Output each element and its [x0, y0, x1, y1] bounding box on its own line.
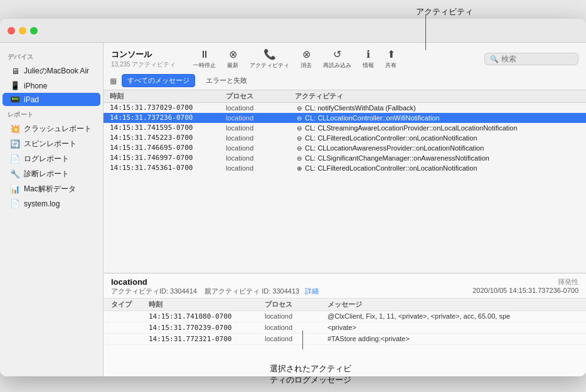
detail-message-0: @ClxClient, Fix, 1, 11, <private>, <priv… — [328, 312, 578, 320]
log-row-3[interactable]: 14:15:31.745223-0700 locationd ⊖CL: CLFi… — [104, 133, 586, 143]
detail-type-1 — [111, 324, 149, 332]
latest-button[interactable]: ⊗ 最新 — [222, 46, 243, 72]
log-time-4: 14:15:31.746695-0700 — [110, 144, 226, 152]
pause-icon: ⏸ — [200, 49, 210, 60]
macbook-icon: 🖥 — [10, 66, 20, 76]
detail-timestamp: 2020/10/05 14:15:31.737236-0700 — [472, 287, 578, 294]
sidebar-item-iphone-label: iPhone — [24, 82, 47, 90]
detail-header: locationd アクティビティID: 3304414 親アクティビティ ID… — [104, 273, 586, 299]
spin-icon: 🔄 — [10, 139, 20, 149]
log-process-3: locationd — [226, 134, 295, 142]
content-area: コンソール 13,235 アクティビティ ⏸ 一時停止 ⊗ 最新 📞 — [104, 43, 586, 376]
sidebar-item-mac[interactable]: 📊 Mac解析データ — [3, 182, 100, 196]
dcol-message-header: メッセージ — [328, 300, 578, 309]
info-button[interactable]: ℹ 情報 — [358, 46, 379, 72]
detail-row-2[interactable]: 14:15:31.772321-0700 locationd #TAStore … — [104, 334, 586, 345]
search-icon: 🔍 — [490, 55, 499, 63]
clear-label: 消去 — [301, 61, 312, 70]
console-subtitle: 13,235 アクティビティ — [111, 60, 176, 69]
log-activity-1: ⊖CL: CLLocationController::onWifiNotific… — [295, 114, 580, 122]
reload-button[interactable]: ↺ 再読み込み — [318, 46, 356, 72]
detail-activity-id: アクティビティID: 3304414 親アクティビティ ID: 3304413 … — [111, 287, 319, 296]
log-time-5: 14:15:31.746997-0700 — [110, 154, 226, 162]
clear-button[interactable]: ⊗ 消去 — [296, 46, 317, 72]
titlebar — [0, 19, 586, 43]
log-icon: 📄 — [10, 154, 20, 164]
dcol-process-header: プロセス — [265, 300, 328, 309]
sidebar-item-macbook-label: JulieのMacBook Air — [24, 66, 89, 77]
search-input[interactable] — [501, 55, 570, 63]
log-activity-2: ⊖CL: CLStreamingAwareLocationProvider::o… — [295, 124, 580, 132]
log-process-5: locationd — [226, 154, 295, 162]
share-button[interactable]: ⬆ 共有 — [380, 46, 402, 72]
log-row-1[interactable]: 14:15:31.737236-0700 locationd ⊖CL: CLLo… — [104, 113, 586, 123]
log-activity-6: ⊕CL: CLFilteredLocationController::onLoc… — [295, 164, 580, 172]
reload-label: 再読み込み — [323, 61, 351, 70]
filter-all-messages[interactable]: すべてのメッセージ — [122, 74, 195, 87]
filter-bar: ▦ すべてのメッセージ エラーと失敗 — [104, 72, 586, 90]
col-activity-header: アクティビティ — [295, 92, 580, 101]
traffic-lights — [8, 27, 38, 34]
activity-icon: 📞 — [264, 48, 276, 60]
detail-process-0: locationd — [265, 312, 328, 320]
pause-label: 一時停止 — [193, 61, 216, 70]
detail-link[interactable]: 詳細 — [305, 287, 319, 295]
log-process-6: locationd — [226, 164, 295, 172]
info-icon: ℹ — [366, 48, 370, 60]
sidebar-item-macbook[interactable]: 🖥 JulieのMacBook Air — [3, 64, 100, 78]
sidebar-item-spin[interactable]: 🔄 スピンレポート — [3, 137, 100, 151]
diag-icon: 🔧 — [10, 169, 20, 179]
log-row-2[interactable]: 14:15:31.741595-0700 locationd ⊖CL: CLSt… — [104, 123, 586, 133]
search-box[interactable]: 🔍 — [484, 53, 578, 65]
detail-type-0 — [111, 312, 149, 320]
reload-icon: ↺ — [333, 48, 341, 60]
activity-button[interactable]: 📞 アクティビティ — [245, 46, 294, 72]
detail-message-1: <private> — [328, 324, 578, 332]
detail-process-2: locationd — [265, 335, 328, 343]
log-process-1: locationd — [226, 114, 295, 122]
log-activity-3: ⊖CL: CLFilteredLocationController::onLoc… — [295, 134, 580, 142]
sidebar-item-iphone[interactable]: 📱 iPhone — [3, 79, 100, 92]
detail-process-name: locationd — [111, 277, 319, 287]
detail-process-1: locationd — [265, 324, 328, 332]
detail-row-1[interactable]: 14:15:31.770239-0700 locationd <private> — [104, 322, 586, 334]
log-row-5[interactable]: 14:15:31.746997-0700 locationd ⊖CL: CLSi… — [104, 153, 586, 163]
log-row-0[interactable]: 14:15:31.737029-0700 locationd ⊖CL: noti… — [104, 103, 586, 113]
log-time-6: 14:15:31.745361-0700 — [110, 164, 226, 172]
sidebar-item-ipad-label: iPad — [24, 95, 39, 104]
sidebar: デバイス 🖥 JulieのMacBook Air 📱 iPhone 📟 iPad… — [0, 43, 104, 376]
log-activity-4: ⊖CL: CLLocationAwarenessProvider::onLoca… — [295, 144, 580, 152]
detail-time-1: 14:15:31.770239-0700 — [149, 324, 265, 332]
log-area: 時刻 プロセス アクティビティ 14:15:31.737029-0700 loc… — [104, 90, 586, 273]
log-activity-0: ⊖CL: notifyClientsWithData (Fallback) — [295, 104, 580, 112]
reports-section-label: レポート — [0, 107, 103, 121]
mac-icon: 📊 — [10, 184, 20, 194]
sidebar-item-spin-label: スピンレポート — [24, 139, 77, 149]
detail-row-0[interactable]: 14:15:31.741080-0700 locationd @ClxClien… — [104, 311, 586, 322]
sidebar-item-ipad[interactable]: 📟 iPad — [3, 93, 100, 106]
info-label: 情報 — [363, 61, 374, 70]
sidebar-item-mac-label: Mac解析データ — [24, 184, 76, 194]
share-icon: ⬆ — [387, 48, 395, 60]
filter-errors-faults[interactable]: エラーと失敗 — [200, 74, 253, 87]
sidebar-item-log-label: ログレポート — [24, 154, 69, 164]
sidebar-item-syslog[interactable]: 📄 system.log — [3, 197, 100, 210]
log-row-4[interactable]: 14:15:31.746695-0700 locationd ⊖CL: CLLo… — [104, 143, 586, 153]
log-time-1: 14:15:31.737236-0700 — [110, 114, 226, 122]
log-rows: 14:15:31.737029-0700 locationd ⊖CL: noti… — [104, 103, 586, 273]
detail-time-0: 14:15:31.741080-0700 — [149, 312, 265, 320]
share-label: 共有 — [385, 61, 397, 70]
log-row-6[interactable]: 14:15:31.745361-0700 locationd ⊕CL: CLFi… — [104, 163, 586, 173]
log-time-3: 14:15:31.745223-0700 — [110, 134, 226, 142]
activity-id-text: アクティビティID: 3304414 — [111, 287, 197, 295]
maximize-button[interactable] — [30, 27, 38, 34]
minimize-button[interactable] — [19, 27, 26, 34]
close-button[interactable] — [8, 27, 15, 34]
sidebar-item-diag[interactable]: 🔧 診断レポート — [3, 167, 100, 181]
detail-table-header: タイプ 時刻 プロセス メッセージ — [104, 299, 586, 311]
pause-button[interactable]: ⏸ 一時停止 — [188, 47, 221, 72]
sidebar-item-crash[interactable]: 💥 クラッシュレポート — [3, 122, 100, 136]
sidebar-item-log[interactable]: 📄 ログレポート — [3, 152, 100, 166]
latest-label: 最新 — [227, 61, 238, 70]
filter-icon: ▦ — [110, 77, 117, 85]
